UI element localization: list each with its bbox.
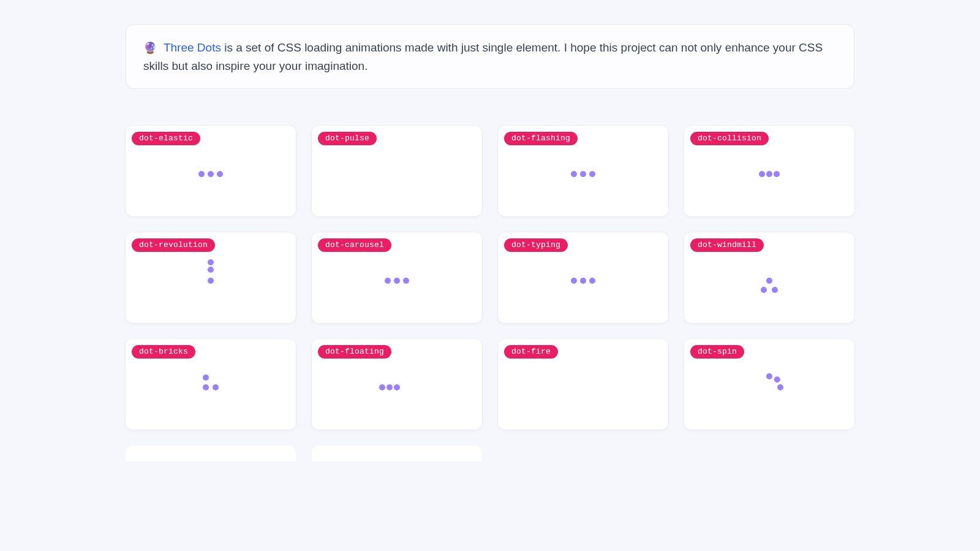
animation-card[interactable]: dot-typing xyxy=(498,232,668,323)
animation-stage xyxy=(498,232,668,323)
animation-stage xyxy=(312,232,482,323)
animation-card[interactable]: dot-bricks xyxy=(126,339,296,430)
animation-card[interactable]: dot-spin xyxy=(684,339,854,430)
dot-windmill-icon xyxy=(766,278,772,284)
animation-stage xyxy=(684,126,854,216)
dot-floating-icon xyxy=(394,384,400,390)
animation-stage xyxy=(312,339,482,430)
animation-card[interactable]: dot-carousel xyxy=(312,232,482,323)
animation-card[interactable]: dot-collision xyxy=(684,126,854,216)
animation-card[interactable]: dot-windmill xyxy=(684,232,854,323)
intro-box: 🔮 Three Dots is a set of CSS loading ani… xyxy=(126,25,854,89)
animation-card: x xyxy=(312,446,482,462)
intro-desc: is a set of CSS loading animations made … xyxy=(143,41,823,72)
dot-spin-icon xyxy=(766,384,772,390)
animation-card[interactable]: dot-pulse xyxy=(312,126,482,216)
animation-stage xyxy=(684,339,854,430)
project-link[interactable]: Three Dots xyxy=(164,41,221,54)
animation-stage xyxy=(498,339,668,430)
animation-card[interactable]: dot-floating xyxy=(312,339,482,430)
animation-stage xyxy=(126,126,296,216)
animation-card[interactable]: dot-elastic xyxy=(126,126,296,216)
animation-stage xyxy=(498,126,668,216)
animation-card[interactable]: dot-fire xyxy=(498,339,668,430)
crystal-ball-icon: 🔮 xyxy=(143,42,157,54)
animation-card[interactable]: dot-flashing xyxy=(498,126,668,216)
animation-card: x xyxy=(126,446,296,462)
next-row-peek: x x xyxy=(126,446,854,462)
dot-collision-icon xyxy=(766,171,772,177)
dot-elastic-icon xyxy=(208,171,214,177)
dot-revolution-icon xyxy=(208,278,214,284)
animation-stage xyxy=(684,232,854,323)
animation-card[interactable]: dot-revolution xyxy=(126,232,296,323)
animation-stage xyxy=(312,126,482,216)
animation-stage xyxy=(126,232,296,323)
dot-flashing-icon xyxy=(580,171,586,177)
animations-grid: dot-elasticdot-pulsedot-flashingdot-coll… xyxy=(126,126,854,430)
animation-stage xyxy=(126,339,296,430)
